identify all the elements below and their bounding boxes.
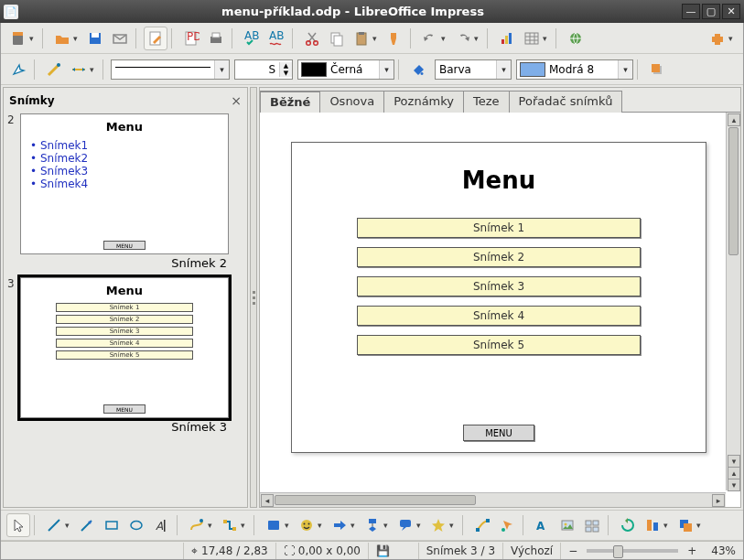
vertical-scrollbar[interactable]: ▴ ▾ ▴ ▾ (726, 113, 740, 490)
close-panel-button[interactable]: × (231, 93, 242, 108)
open-button[interactable] (50, 27, 74, 50)
slide-canvas-viewport[interactable]: Menu Snímek 1Snímek 2Snímek 3Snímek 4Sní… (260, 113, 740, 507)
tab-osnova[interactable]: Osnova (319, 91, 384, 113)
layout-cell[interactable]: Výchozí (503, 543, 561, 559)
undo-button[interactable] (418, 27, 442, 50)
arrange-button[interactable] (674, 513, 697, 537)
stars-button[interactable] (426, 513, 450, 537)
dropdown-icon[interactable]: ▾ (208, 521, 215, 530)
line-tool-button[interactable] (42, 513, 66, 537)
dropdown-icon[interactable]: ▾ (29, 34, 37, 43)
gluepoints-button[interactable] (495, 513, 519, 537)
slide-nav-button[interactable]: Snímek 2 (357, 247, 641, 267)
arrow-line-button[interactable] (75, 513, 99, 537)
tab-běžné[interactable]: Běžné (260, 91, 320, 113)
symbol-shapes-button[interactable] (295, 513, 318, 537)
splitter-handle[interactable] (250, 87, 257, 508)
redo-button[interactable] (451, 27, 475, 50)
rotate-button[interactable] (616, 513, 640, 537)
callouts-button[interactable] (394, 513, 417, 537)
slide-thumbnail[interactable]: MenuSnímek 1Snímek 2Snímek 3Snímek 4Sním… (20, 277, 229, 418)
arrow-ends-button[interactable] (67, 58, 91, 81)
email-button[interactable] (108, 27, 132, 50)
save-button[interactable] (83, 27, 107, 50)
from-file-button[interactable] (555, 513, 579, 537)
copy-button[interactable] (325, 27, 349, 50)
fill-mode-combo[interactable]: Barva ▾ (435, 59, 512, 80)
dropdown-icon[interactable]: ▾ (543, 34, 550, 43)
export-pdf-button[interactable]: PDF (179, 27, 203, 50)
chart-button[interactable] (495, 27, 519, 50)
dropdown-icon[interactable]: ▾ (696, 521, 704, 530)
dropdown-icon[interactable]: ▾ (90, 65, 97, 74)
format-paintbrush-button[interactable] (383, 27, 406, 50)
slide-thumbnail[interactable]: MenuSnímek1Snímek2Snímek3Snímek4MENU (20, 113, 229, 254)
select-tool-button[interactable] (6, 513, 30, 537)
edit-button[interactable] (144, 27, 167, 50)
scroll-thumb[interactable] (275, 495, 476, 505)
horizontal-scrollbar[interactable]: ◂ ▸ (260, 492, 726, 507)
dropdown-icon[interactable]: ▾ (285, 521, 292, 530)
slide-nav-button[interactable]: Snímek 3 (357, 276, 641, 296)
points-edit-button[interactable] (470, 513, 494, 537)
dropdown-icon[interactable]: ▾ (241, 521, 248, 530)
shadow-button[interactable] (645, 58, 669, 81)
line-style-combo[interactable]: ▾ (111, 59, 230, 80)
minimize-button[interactable]: — (682, 4, 700, 19)
print-button[interactable] (204, 27, 228, 50)
arrow-tool-button[interactable] (6, 58, 30, 81)
cut-button[interactable] (300, 27, 324, 50)
dropdown-icon[interactable]: ▾ (383, 521, 391, 530)
rect-tool-button[interactable] (100, 513, 124, 537)
area-fill-button[interactable] (406, 58, 430, 81)
dropdown-icon[interactable]: ▾ (728, 34, 736, 43)
align-button[interactable] (641, 513, 664, 537)
line-width-combo[interactable]: S ▲ ▼ (234, 59, 293, 80)
slide-nav-button[interactable]: Snímek 4 (357, 306, 641, 326)
dropdown-icon[interactable]: ▾ (416, 521, 424, 530)
zoom-out-icon[interactable]: − (568, 544, 577, 557)
spellcheck-button[interactable]: ABC (240, 27, 264, 50)
curve-tool-button[interactable] (185, 513, 209, 537)
text-tool-button[interactable]: A (149, 513, 173, 537)
fontwork-button[interactable]: A (531, 513, 555, 537)
dropdown-icon[interactable]: ▾ (65, 521, 72, 530)
slide-menu-button[interactable]: MENU (463, 425, 534, 441)
dropdown-icon[interactable]: ▾ (372, 34, 380, 43)
slide-title[interactable]: Menu (292, 167, 706, 194)
slide-canvas[interactable]: Menu Snímek 1Snímek 2Snímek 3Snímek 4Sní… (291, 142, 706, 453)
table-button[interactable] (520, 27, 544, 50)
maximize-button[interactable]: ▢ (702, 4, 720, 19)
gallery-button[interactable] (580, 513, 604, 537)
paste-button[interactable] (350, 27, 373, 50)
close-button[interactable]: ✕ (722, 4, 740, 19)
prev-slide-icon[interactable]: ▴ (728, 467, 740, 479)
fill-color-combo[interactable]: Modrá 8 ▾ (516, 59, 633, 80)
auto-spellcheck-button[interactable]: ABC (264, 27, 288, 50)
dropdown-icon[interactable]: ▾ (318, 521, 325, 530)
dropdown-icon[interactable]: ▾ (350, 521, 358, 530)
slide-nav-button[interactable]: Snímek 5 (357, 335, 641, 355)
line-color-combo[interactable]: Černá ▾ (297, 59, 394, 80)
flowchart-button[interactable] (361, 513, 384, 537)
dropdown-icon[interactable]: ▾ (663, 521, 671, 530)
dropdown-icon[interactable]: ▾ (449, 521, 457, 530)
zoom-controls[interactable]: − + (561, 543, 704, 559)
ellipse-tool-button[interactable] (124, 513, 148, 537)
zoom-slider[interactable] (587, 549, 678, 553)
scroll-right-icon[interactable]: ▸ (712, 494, 725, 507)
block-arrows-button[interactable] (328, 513, 351, 537)
dropdown-icon[interactable]: ▾ (73, 34, 81, 43)
extension-button[interactable] (706, 27, 729, 50)
dropdown-icon[interactable]: ▾ (474, 34, 481, 43)
scroll-thumb[interactable] (728, 127, 739, 255)
connector-tool-button[interactable] (218, 513, 242, 537)
basic-shapes-button[interactable] (262, 513, 286, 537)
scroll-up-icon[interactable]: ▴ (728, 113, 740, 126)
tab-poznámky[interactable]: Poznámky (383, 91, 464, 113)
next-slide-icon[interactable]: ▾ (728, 479, 740, 491)
hyperlink-button[interactable] (564, 27, 588, 50)
new-doc-button[interactable] (6, 27, 30, 50)
scroll-left-icon[interactable]: ◂ (261, 494, 274, 507)
tab-pořadač snímků[interactable]: Pořadač snímků (509, 91, 623, 113)
